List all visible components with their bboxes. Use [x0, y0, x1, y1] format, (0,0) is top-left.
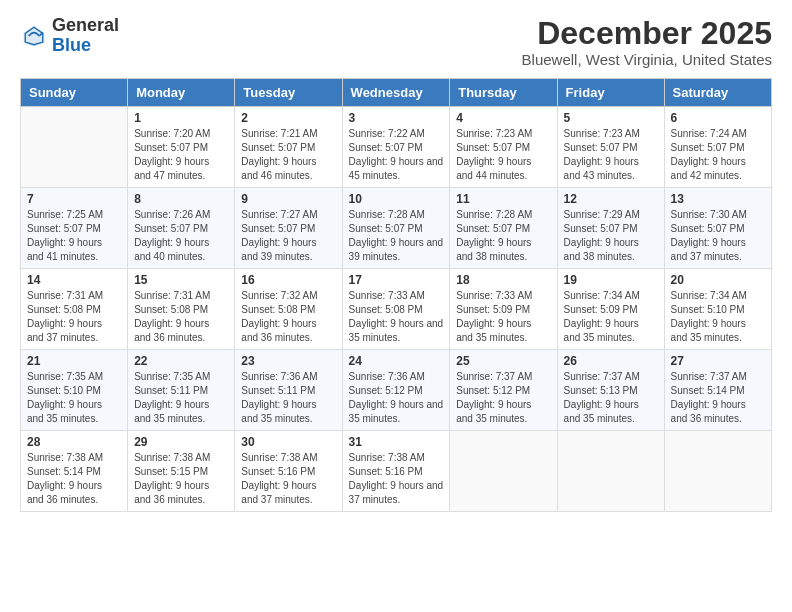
calendar-cell — [450, 431, 557, 512]
day-number: 2 — [241, 111, 335, 125]
day-info: Sunrise: 7:30 AMSunset: 5:07 PMDaylight:… — [671, 208, 765, 264]
day-info: Sunrise: 7:35 AMSunset: 5:11 PMDaylight:… — [134, 370, 228, 426]
day-number: 24 — [349, 354, 444, 368]
calendar-cell: 31Sunrise: 7:38 AMSunset: 5:16 PMDayligh… — [342, 431, 450, 512]
day-number: 6 — [671, 111, 765, 125]
day-number: 12 — [564, 192, 658, 206]
day-number: 13 — [671, 192, 765, 206]
calendar-cell: 4Sunrise: 7:23 AMSunset: 5:07 PMDaylight… — [450, 107, 557, 188]
day-number: 14 — [27, 273, 121, 287]
day-info: Sunrise: 7:22 AMSunset: 5:07 PMDaylight:… — [349, 127, 444, 183]
column-header-sunday: Sunday — [21, 79, 128, 107]
day-number: 1 — [134, 111, 228, 125]
day-info: Sunrise: 7:36 AMSunset: 5:12 PMDaylight:… — [349, 370, 444, 426]
month-title: December 2025 — [522, 16, 772, 51]
calendar-cell: 22Sunrise: 7:35 AMSunset: 5:11 PMDayligh… — [128, 350, 235, 431]
day-info: Sunrise: 7:31 AMSunset: 5:08 PMDaylight:… — [134, 289, 228, 345]
calendar-cell: 11Sunrise: 7:28 AMSunset: 5:07 PMDayligh… — [450, 188, 557, 269]
calendar-cell: 25Sunrise: 7:37 AMSunset: 5:12 PMDayligh… — [450, 350, 557, 431]
day-number: 11 — [456, 192, 550, 206]
day-number: 26 — [564, 354, 658, 368]
title-block: December 2025 Bluewell, West Virginia, U… — [522, 16, 772, 68]
day-number: 15 — [134, 273, 228, 287]
calendar-cell: 19Sunrise: 7:34 AMSunset: 5:09 PMDayligh… — [557, 269, 664, 350]
day-info: Sunrise: 7:25 AMSunset: 5:07 PMDaylight:… — [27, 208, 121, 264]
page-header: General Blue December 2025 Bluewell, Wes… — [20, 16, 772, 68]
day-info: Sunrise: 7:28 AMSunset: 5:07 PMDaylight:… — [456, 208, 550, 264]
day-info: Sunrise: 7:23 AMSunset: 5:07 PMDaylight:… — [564, 127, 658, 183]
calendar-cell: 5Sunrise: 7:23 AMSunset: 5:07 PMDaylight… — [557, 107, 664, 188]
column-header-monday: Monday — [128, 79, 235, 107]
day-number: 29 — [134, 435, 228, 449]
location: Bluewell, West Virginia, United States — [522, 51, 772, 68]
day-info: Sunrise: 7:31 AMSunset: 5:08 PMDaylight:… — [27, 289, 121, 345]
day-info: Sunrise: 7:21 AMSunset: 5:07 PMDaylight:… — [241, 127, 335, 183]
day-number: 5 — [564, 111, 658, 125]
calendar-cell: 3Sunrise: 7:22 AMSunset: 5:07 PMDaylight… — [342, 107, 450, 188]
calendar-cell: 30Sunrise: 7:38 AMSunset: 5:16 PMDayligh… — [235, 431, 342, 512]
day-info: Sunrise: 7:34 AMSunset: 5:09 PMDaylight:… — [564, 289, 658, 345]
calendar-cell — [664, 431, 771, 512]
day-info: Sunrise: 7:32 AMSunset: 5:08 PMDaylight:… — [241, 289, 335, 345]
day-number: 30 — [241, 435, 335, 449]
calendar-cell: 28Sunrise: 7:38 AMSunset: 5:14 PMDayligh… — [21, 431, 128, 512]
column-header-thursday: Thursday — [450, 79, 557, 107]
day-info: Sunrise: 7:38 AMSunset: 5:14 PMDaylight:… — [27, 451, 121, 507]
day-number: 4 — [456, 111, 550, 125]
calendar-cell: 12Sunrise: 7:29 AMSunset: 5:07 PMDayligh… — [557, 188, 664, 269]
logo-general: General — [52, 16, 119, 36]
day-number: 21 — [27, 354, 121, 368]
logo: General Blue — [20, 16, 119, 56]
day-info: Sunrise: 7:24 AMSunset: 5:07 PMDaylight:… — [671, 127, 765, 183]
calendar-cell: 2Sunrise: 7:21 AMSunset: 5:07 PMDaylight… — [235, 107, 342, 188]
calendar-cell: 10Sunrise: 7:28 AMSunset: 5:07 PMDayligh… — [342, 188, 450, 269]
calendar-cell — [21, 107, 128, 188]
day-info: Sunrise: 7:37 AMSunset: 5:14 PMDaylight:… — [671, 370, 765, 426]
day-info: Sunrise: 7:38 AMSunset: 5:16 PMDaylight:… — [241, 451, 335, 507]
calendar-cell: 17Sunrise: 7:33 AMSunset: 5:08 PMDayligh… — [342, 269, 450, 350]
logo-icon — [20, 22, 48, 50]
day-info: Sunrise: 7:20 AMSunset: 5:07 PMDaylight:… — [134, 127, 228, 183]
day-number: 7 — [27, 192, 121, 206]
day-number: 8 — [134, 192, 228, 206]
day-number: 25 — [456, 354, 550, 368]
calendar-cell: 1Sunrise: 7:20 AMSunset: 5:07 PMDaylight… — [128, 107, 235, 188]
day-info: Sunrise: 7:33 AMSunset: 5:08 PMDaylight:… — [349, 289, 444, 345]
calendar-cell: 14Sunrise: 7:31 AMSunset: 5:08 PMDayligh… — [21, 269, 128, 350]
logo-blue: Blue — [52, 36, 119, 56]
day-number: 3 — [349, 111, 444, 125]
day-info: Sunrise: 7:29 AMSunset: 5:07 PMDaylight:… — [564, 208, 658, 264]
day-number: 20 — [671, 273, 765, 287]
calendar-week-row: 1Sunrise: 7:20 AMSunset: 5:07 PMDaylight… — [21, 107, 772, 188]
calendar-week-row: 21Sunrise: 7:35 AMSunset: 5:10 PMDayligh… — [21, 350, 772, 431]
day-info: Sunrise: 7:38 AMSunset: 5:16 PMDaylight:… — [349, 451, 444, 507]
calendar-week-row: 14Sunrise: 7:31 AMSunset: 5:08 PMDayligh… — [21, 269, 772, 350]
calendar-cell: 21Sunrise: 7:35 AMSunset: 5:10 PMDayligh… — [21, 350, 128, 431]
calendar-cell: 29Sunrise: 7:38 AMSunset: 5:15 PMDayligh… — [128, 431, 235, 512]
day-info: Sunrise: 7:37 AMSunset: 5:13 PMDaylight:… — [564, 370, 658, 426]
day-number: 10 — [349, 192, 444, 206]
calendar-table: SundayMondayTuesdayWednesdayThursdayFrid… — [20, 78, 772, 512]
column-header-friday: Friday — [557, 79, 664, 107]
day-info: Sunrise: 7:27 AMSunset: 5:07 PMDaylight:… — [241, 208, 335, 264]
day-number: 17 — [349, 273, 444, 287]
column-header-saturday: Saturday — [664, 79, 771, 107]
day-number: 16 — [241, 273, 335, 287]
calendar-cell: 18Sunrise: 7:33 AMSunset: 5:09 PMDayligh… — [450, 269, 557, 350]
calendar-cell — [557, 431, 664, 512]
logo-text: General Blue — [52, 16, 119, 56]
day-info: Sunrise: 7:35 AMSunset: 5:10 PMDaylight:… — [27, 370, 121, 426]
calendar-header-row: SundayMondayTuesdayWednesdayThursdayFrid… — [21, 79, 772, 107]
day-info: Sunrise: 7:37 AMSunset: 5:12 PMDaylight:… — [456, 370, 550, 426]
calendar-cell: 13Sunrise: 7:30 AMSunset: 5:07 PMDayligh… — [664, 188, 771, 269]
day-info: Sunrise: 7:28 AMSunset: 5:07 PMDaylight:… — [349, 208, 444, 264]
day-info: Sunrise: 7:33 AMSunset: 5:09 PMDaylight:… — [456, 289, 550, 345]
svg-marker-0 — [24, 25, 45, 46]
calendar-cell: 24Sunrise: 7:36 AMSunset: 5:12 PMDayligh… — [342, 350, 450, 431]
day-info: Sunrise: 7:26 AMSunset: 5:07 PMDaylight:… — [134, 208, 228, 264]
calendar-cell: 27Sunrise: 7:37 AMSunset: 5:14 PMDayligh… — [664, 350, 771, 431]
day-number: 19 — [564, 273, 658, 287]
calendar-cell: 16Sunrise: 7:32 AMSunset: 5:08 PMDayligh… — [235, 269, 342, 350]
day-number: 31 — [349, 435, 444, 449]
calendar-week-row: 7Sunrise: 7:25 AMSunset: 5:07 PMDaylight… — [21, 188, 772, 269]
